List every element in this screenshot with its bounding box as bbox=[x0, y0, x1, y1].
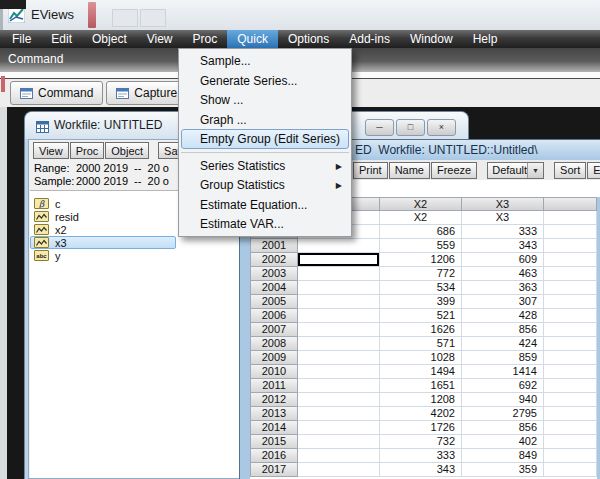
obs-label[interactable]: 2005 bbox=[250, 295, 298, 309]
obs-label[interactable]: 2013 bbox=[250, 407, 298, 421]
quick-menu-item-show[interactable]: Show ... bbox=[181, 90, 349, 110]
data-cell[interactable]: 521 bbox=[380, 309, 462, 323]
workfile-object-x2[interactable]: x2 bbox=[30, 223, 176, 236]
quick-menu-item-series-statistics[interactable]: Series Statistics▶ bbox=[181, 156, 349, 176]
data-cell[interactable]: 1726 bbox=[380, 421, 462, 435]
data-cell[interactable] bbox=[298, 421, 380, 435]
menu-quick[interactable]: Quick bbox=[227, 30, 278, 48]
data-cell[interactable] bbox=[298, 449, 380, 463]
data-cell[interactable] bbox=[298, 351, 380, 365]
data-cell[interactable]: 856 bbox=[462, 421, 544, 435]
data-cell[interactable]: 1206 bbox=[380, 253, 462, 267]
data-cell[interactable] bbox=[298, 267, 380, 281]
data-cell[interactable] bbox=[298, 281, 380, 295]
menu-file[interactable]: File bbox=[2, 30, 41, 48]
menu-options[interactable]: Options bbox=[278, 30, 339, 48]
quick-menu-item-estimate-equation[interactable]: Estimate Equation... bbox=[181, 195, 349, 215]
column-header-blank[interactable] bbox=[544, 197, 597, 211]
obs-label[interactable]: 2002 bbox=[250, 253, 298, 267]
data-cell[interactable] bbox=[544, 393, 597, 407]
menu-proc[interactable]: Proc bbox=[183, 30, 228, 48]
series-name-blank[interactable] bbox=[544, 211, 597, 225]
data-cell[interactable] bbox=[544, 267, 597, 281]
menu-add-ins[interactable]: Add-ins bbox=[339, 30, 400, 48]
data-cell[interactable] bbox=[298, 435, 380, 449]
data-cell[interactable]: 534 bbox=[380, 281, 462, 295]
obs-label[interactable]: 2004 bbox=[250, 281, 298, 295]
minimize-button[interactable]: ─ bbox=[365, 119, 394, 136]
quick-menu-item-generate-series[interactable]: Generate Series... bbox=[181, 71, 349, 91]
data-cell[interactable]: 609 bbox=[462, 253, 544, 267]
data-cell[interactable]: 1494 bbox=[380, 365, 462, 379]
group-name-button[interactable]: Name bbox=[389, 162, 430, 179]
group-edit-button[interactable]: Edit+/- bbox=[587, 162, 600, 179]
data-cell[interactable] bbox=[298, 393, 380, 407]
quick-menu-item-estimate-var[interactable]: Estimate VAR... bbox=[181, 214, 349, 234]
data-cell[interactable] bbox=[544, 379, 597, 393]
column-header-x2[interactable]: X2 bbox=[380, 197, 462, 211]
data-cell[interactable] bbox=[544, 239, 597, 253]
data-cell[interactable]: 856 bbox=[462, 323, 544, 337]
maximize-button[interactable]: □ bbox=[396, 119, 425, 136]
workfile-object-y[interactable]: abcy bbox=[30, 249, 176, 262]
data-cell[interactable] bbox=[544, 253, 597, 267]
data-cell[interactable]: 559 bbox=[380, 239, 462, 253]
data-cell[interactable]: 686 bbox=[380, 225, 462, 239]
data-cell[interactable]: 1626 bbox=[380, 323, 462, 337]
data-cell[interactable] bbox=[544, 435, 597, 449]
data-cell[interactable] bbox=[298, 239, 380, 253]
data-cell[interactable]: 402 bbox=[462, 435, 544, 449]
data-cell[interactable]: 307 bbox=[462, 295, 544, 309]
menu-help[interactable]: Help bbox=[463, 30, 508, 48]
data-cell[interactable]: 692 bbox=[462, 379, 544, 393]
obs-label[interactable]: 2003 bbox=[250, 267, 298, 281]
workfile-object-resid[interactable]: resid bbox=[30, 210, 176, 223]
obs-label[interactable]: 2009 bbox=[250, 351, 298, 365]
data-cell[interactable]: 428 bbox=[462, 309, 544, 323]
obs-label[interactable]: 2015 bbox=[250, 435, 298, 449]
quick-menu-item-sample[interactable]: Sample... bbox=[181, 51, 349, 71]
data-cell[interactable] bbox=[544, 407, 597, 421]
data-cell[interactable]: 424 bbox=[462, 337, 544, 351]
data-cell[interactable] bbox=[298, 365, 380, 379]
column-header-x3[interactable]: X3 bbox=[462, 197, 544, 211]
data-cell[interactable]: 1651 bbox=[380, 379, 462, 393]
data-cell[interactable] bbox=[298, 407, 380, 421]
quick-menu-item-group-statistics[interactable]: Group Statistics▶ bbox=[181, 175, 349, 195]
data-cell[interactable] bbox=[544, 421, 597, 435]
data-cell[interactable] bbox=[298, 309, 380, 323]
data-cell[interactable]: 772 bbox=[380, 267, 462, 281]
data-cell[interactable]: 2795 bbox=[462, 407, 544, 421]
data-cell[interactable] bbox=[298, 323, 380, 337]
data-cell[interactable]: 732 bbox=[380, 435, 462, 449]
tab-command[interactable]: Command bbox=[10, 81, 103, 105]
data-cell[interactable]: 1414 bbox=[462, 365, 544, 379]
data-cell[interactable] bbox=[544, 365, 597, 379]
data-cell[interactable] bbox=[544, 463, 597, 477]
quick-menu-item-empty-group-edit-series[interactable]: Empty Group (Edit Series) bbox=[181, 129, 349, 149]
obs-label[interactable]: 2001 bbox=[250, 239, 298, 253]
series-name-cell[interactable]: X3 bbox=[462, 211, 544, 225]
quick-menu-item-graph[interactable]: Graph ... bbox=[181, 110, 349, 130]
menu-edit[interactable]: Edit bbox=[41, 30, 82, 48]
data-cell[interactable]: 359 bbox=[462, 463, 544, 477]
data-cell[interactable] bbox=[298, 253, 380, 267]
workfile-object-c[interactable]: βc bbox=[30, 197, 176, 210]
workfile-object-x3[interactable]: x3 bbox=[30, 236, 176, 249]
data-cell[interactable]: 463 bbox=[462, 267, 544, 281]
data-cell[interactable] bbox=[298, 463, 380, 477]
workfile-proc-button[interactable]: Proc bbox=[70, 142, 105, 159]
close-button[interactable]: × bbox=[427, 119, 456, 136]
data-cell[interactable]: 849 bbox=[462, 449, 544, 463]
data-cell[interactable] bbox=[544, 281, 597, 295]
data-cell[interactable]: 399 bbox=[380, 295, 462, 309]
data-cell[interactable] bbox=[544, 449, 597, 463]
obs-label[interactable]: 2008 bbox=[250, 337, 298, 351]
data-cell[interactable] bbox=[544, 323, 597, 337]
obs-label[interactable]: 2014 bbox=[250, 421, 298, 435]
data-cell[interactable]: 1028 bbox=[380, 351, 462, 365]
workfile-view-button[interactable]: View bbox=[33, 142, 69, 159]
data-cell[interactable]: 1208 bbox=[380, 393, 462, 407]
data-cell[interactable]: 859 bbox=[462, 351, 544, 365]
obs-label[interactable]: 2010 bbox=[250, 365, 298, 379]
